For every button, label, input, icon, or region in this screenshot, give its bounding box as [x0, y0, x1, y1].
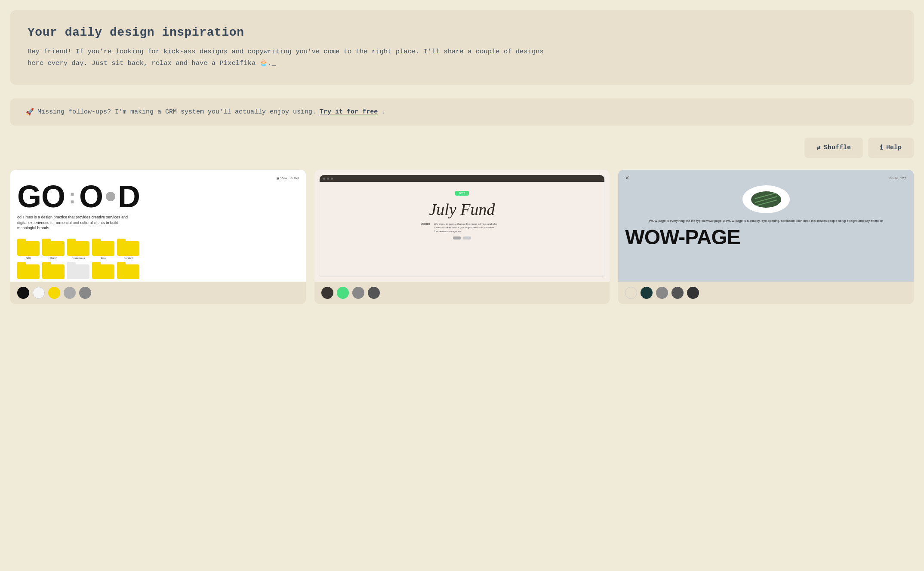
swatch-cream[interactable]: [625, 287, 637, 299]
swatch-black[interactable]: [17, 287, 29, 299]
hero-body: Hey friend! If you're looking for kick-a…: [28, 46, 544, 69]
swatch-gray3[interactable]: [656, 287, 668, 299]
hero-box: Your daily design inspiration Hey friend…: [10, 10, 914, 85]
swatch-darkgray3[interactable]: [671, 287, 684, 299]
card-2: 2021 July Fund About We invest in people…: [314, 170, 610, 304]
card3-topbar: ✕ Berlin, 12:1: [625, 175, 907, 181]
promo-box: 🚀 Missing follow-ups? I'm making a CRM s…: [10, 98, 914, 126]
get-label: ⊙ Get: [290, 177, 299, 180]
promo-suffix: .: [381, 108, 385, 116]
shuffle-label: Shuffle: [824, 144, 851, 151]
swatch-yellow[interactable]: [48, 287, 60, 299]
promo-icon: 🚀: [26, 108, 34, 116]
help-button[interactable]: ℹ Help: [868, 138, 914, 158]
swatch-gray2[interactable]: [352, 287, 364, 299]
card2-badge: 2021: [455, 191, 469, 196]
card3-oval: [742, 185, 790, 213]
swatch-darkbrown[interactable]: [321, 287, 333, 299]
card3-inner-oval: [751, 191, 781, 208]
swatch-lightgray[interactable]: [64, 287, 76, 299]
card2-content: 2021 July Fund About We invest in people…: [320, 182, 605, 276]
card-3-image: ✕ Berlin, 12:1 WOW-page is everything bu…: [618, 170, 914, 282]
card-1-image: ▣ View ⊙ Get GO : O D od Times is a desi…: [10, 170, 306, 282]
card-3: ✕ Berlin, 12:1 WOW-page is everything bu…: [618, 170, 914, 304]
shuffle-button[interactable]: ⇄ Shuffle: [804, 138, 863, 158]
card3-time: Berlin, 12:1: [890, 176, 907, 180]
folders-row-2: [17, 262, 299, 280]
swatch-darkgreen[interactable]: [641, 287, 653, 299]
close-icon: ✕: [625, 175, 629, 181]
browser-bar: [320, 175, 605, 182]
swatch-verydark[interactable]: [687, 287, 699, 299]
card2-heading: July Fund: [429, 201, 495, 219]
card-3-swatches: [618, 282, 914, 304]
card1-title: GO : O D: [17, 181, 299, 212]
view-label: ▣ View: [277, 177, 287, 180]
promo-link[interactable]: Try it for free: [320, 108, 378, 116]
folders-row-1: ARC Church Housemates Irma Kundahl: [17, 239, 299, 259]
card-1-swatches: [10, 282, 306, 304]
swatch-gray[interactable]: [79, 287, 91, 299]
swatch-green[interactable]: [337, 287, 349, 299]
card1-subtitle: od Times is a design practice that provi…: [17, 215, 138, 231]
card-2-image: 2021 July Fund About We invest in people…: [314, 170, 610, 282]
promo-text: Missing follow-ups? I'm making a CRM sys…: [37, 108, 316, 116]
help-label: Help: [886, 144, 902, 151]
swatch-darkgray2[interactable]: [368, 287, 380, 299]
cards-grid: ▣ View ⊙ Get GO : O D od Times is a desi…: [10, 170, 914, 304]
hero-title: Your daily design inspiration: [28, 26, 896, 39]
card2-about: About We invest in people that we like, …: [421, 222, 503, 233]
toolbar: ⇄ Shuffle ℹ Help: [10, 138, 914, 158]
card3-desc: WOW-page is everything but the typical w…: [625, 218, 907, 223]
card3-wow-text: WOW-PAGE: [625, 227, 907, 248]
swatch-white[interactable]: [33, 287, 45, 299]
card-1: ▣ View ⊙ Get GO : O D od Times is a desi…: [10, 170, 306, 304]
shuffle-icon: ⇄: [816, 144, 820, 152]
info-icon: ℹ: [880, 144, 883, 152]
card-2-swatches: [314, 282, 610, 304]
